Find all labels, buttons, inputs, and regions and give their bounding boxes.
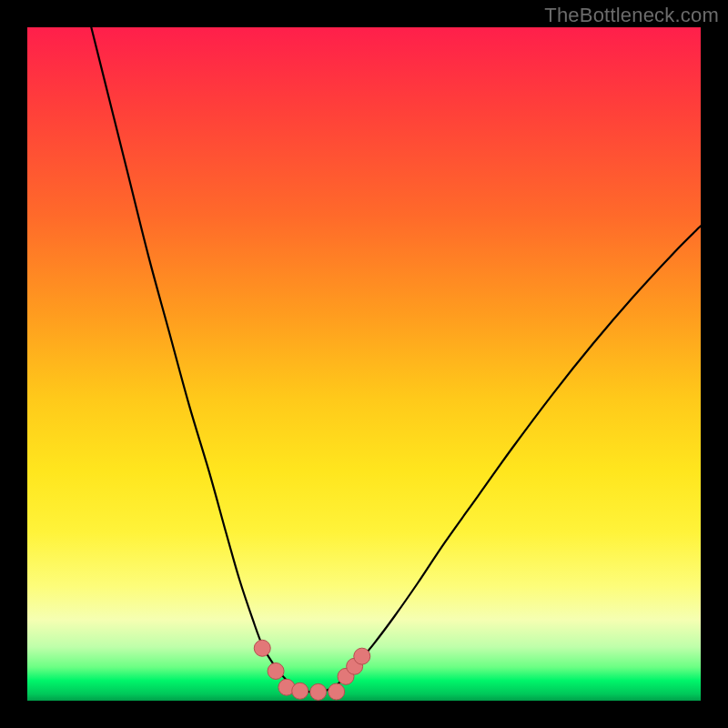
plot-area (27, 27, 701, 701)
trough-marker (268, 662, 284, 679)
curve-layer (27, 27, 701, 701)
trough-marker (254, 640, 270, 656)
left-curve (91, 27, 317, 693)
trough-marker (354, 648, 370, 664)
right-curve (317, 226, 701, 692)
trough-marker (310, 683, 327, 700)
watermark-text: TheBottleneck.com (544, 4, 719, 27)
trough-marker (329, 683, 345, 700)
chart-stage: TheBottleneck.com (0, 0, 728, 728)
trough-marker (292, 682, 308, 699)
trough-markers (254, 640, 370, 700)
